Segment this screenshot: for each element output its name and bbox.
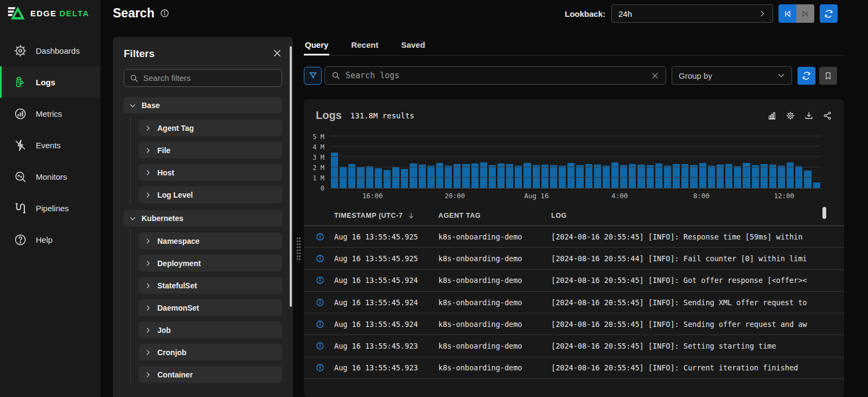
filter-toggle-button[interactable] [304, 67, 322, 85]
edge-delta-logo[interactable]: EDGEDELTA [7, 5, 90, 21]
histogram-bar[interactable] [357, 167, 364, 188]
histogram-bar[interactable] [725, 164, 732, 188]
histogram-bar[interactable] [804, 171, 811, 188]
group-by-select[interactable]: Group by [672, 66, 792, 85]
log-table-row[interactable]: Aug 16 13:55:45.925k8s-onboarding-demo[2… [304, 248, 844, 269]
save-query-button[interactable] [819, 67, 837, 85]
log-info-icon[interactable] [316, 254, 334, 263]
clear-search-button[interactable] [651, 72, 659, 80]
chevron-right-icon [145, 327, 151, 333]
filter-item-file[interactable]: File [139, 142, 282, 159]
log-info-icon[interactable] [316, 342, 334, 350]
histogram-bar[interactable] [348, 164, 355, 188]
time-skip-group [778, 4, 814, 23]
log-info-icon[interactable] [316, 320, 334, 329]
gear-icon [786, 111, 795, 121]
filter-item-job[interactable]: Job [139, 322, 282, 338]
histogram-bar[interactable] [331, 153, 338, 188]
histogram-bar[interactable] [629, 164, 636, 188]
download-button[interactable] [804, 111, 814, 121]
histogram-bar[interactable] [673, 164, 680, 188]
filters-close-button[interactable] [272, 48, 282, 60]
filter-section-header-base[interactable]: Base [124, 97, 282, 114]
sidebar-item-metrics[interactable]: Metrics [0, 98, 100, 129]
histogram-bar[interactable] [506, 164, 513, 188]
histogram-bar[interactable] [594, 165, 601, 188]
lookback-select[interactable]: 24h [611, 4, 773, 23]
chevron-right-icon [145, 349, 151, 356]
sidebar-item-help[interactable]: Help [0, 224, 100, 255]
column-agent-tag[interactable]: AGENT TAG [438, 212, 551, 219]
sidebar-item-events[interactable]: Events [0, 129, 100, 161]
skip-forward-button[interactable] [796, 4, 814, 23]
log-info-icon[interactable] [316, 276, 334, 285]
sidebar-item-monitors[interactable]: Monitors [0, 161, 100, 192]
histogram-bar[interactable] [419, 165, 426, 188]
histogram-bar[interactable] [410, 163, 417, 188]
panel-resize-handle[interactable] [296, 237, 301, 262]
histogram-bar[interactable] [761, 164, 768, 188]
sidebar-item-label: Events [36, 141, 61, 150]
histogram-bar[interactable] [384, 170, 391, 188]
log-info-icon[interactable] [316, 298, 334, 307]
histogram-bar[interactable] [637, 165, 644, 188]
filter-item-daemonset[interactable]: DaemonSet [139, 299, 282, 316]
run-query-button[interactable] [797, 67, 815, 85]
filter-item-deployment[interactable]: Deployment [139, 255, 282, 272]
log-table-row[interactable]: Aug 16 13:55:45.923k8s-onboarding-demo[2… [304, 335, 844, 357]
sidebar-item-pipelines[interactable]: Pipelines [0, 192, 100, 224]
log-table-row[interactable]: Aug 16 13:55:45.924k8s-onboarding-demo[2… [304, 292, 844, 313]
filter-item-log-level[interactable]: Log Level [139, 186, 282, 203]
histogram-bar[interactable] [375, 168, 382, 188]
log-info-icon[interactable] [316, 363, 334, 372]
log-table-row[interactable]: Aug 16 13:55:45.925k8s-onboarding-demo[2… [304, 226, 844, 248]
tab-recent[interactable]: Recent [350, 38, 379, 55]
tab-saved[interactable]: Saved [400, 38, 426, 55]
sidebar: EDGEDELTA DashboardsLogsMetricsEventsMon… [0, 0, 100, 397]
brand-name: EDGEDELTA [30, 9, 90, 18]
log-agent-tag: k8s-onboarding-demo [438, 298, 551, 307]
skip-back-button[interactable] [778, 4, 796, 23]
histogram-bar[interactable] [462, 164, 469, 188]
log-table-row[interactable]: Aug 16 13:55:45.924k8s-onboarding-demo[2… [304, 270, 844, 292]
log-table-row[interactable]: Aug 16 13:55:45.924k8s-onboarding-demo[2… [304, 313, 844, 335]
histogram-bar[interactable] [681, 164, 688, 188]
histogram-bar[interactable] [541, 165, 548, 188]
column-timestamp[interactable]: TIMESTAMP (UTC-7 [334, 212, 438, 219]
info-icon[interactable] [160, 9, 169, 18]
filter-item-agent-tag[interactable]: Agent Tag [139, 119, 282, 136]
sidebar-item-logs[interactable]: Logs [0, 66, 100, 98]
histogram-bar[interactable] [401, 169, 408, 188]
filter-item-host[interactable]: Host [139, 164, 282, 181]
refresh-button[interactable] [820, 4, 838, 23]
sidebar-item-dashboards[interactable]: Dashboards [0, 35, 100, 66]
filter-item-statefulset[interactable]: StatefulSet [139, 277, 282, 294]
histogram-bar[interactable] [471, 163, 478, 188]
table-scrollbar-thumb[interactable] [822, 207, 826, 219]
histogram-bar[interactable] [454, 164, 461, 188]
filter-search-input[interactable] [143, 73, 276, 83]
filter-item-label: Deployment [157, 259, 201, 268]
histogram-bar[interactable] [769, 165, 776, 188]
histogram-bar[interactable] [813, 182, 820, 188]
tab-query[interactable]: Query [304, 38, 329, 55]
log-table-row[interactable]: Aug 16 13:55:45.923k8s-onboarding-demo[2… [304, 357, 844, 379]
x-tick-label: Aug 16 [524, 192, 548, 200]
histogram-bar[interactable] [717, 165, 724, 188]
settings-button[interactable] [786, 111, 795, 121]
filters-scrollbar[interactable] [290, 46, 292, 307]
filter-item-cronjob[interactable]: Cronjob [139, 344, 282, 361]
filter-item-container[interactable]: Container [139, 366, 282, 383]
histogram-bar[interactable] [585, 164, 592, 188]
histogram-bar[interactable] [340, 167, 347, 188]
log-info-icon[interactable] [316, 232, 334, 241]
log-search-input[interactable] [346, 71, 646, 80]
column-log[interactable]: LOG [551, 212, 832, 219]
share-button[interactable] [822, 111, 832, 121]
histogram-bar[interactable] [497, 163, 505, 188]
chart-view-button[interactable] [767, 111, 777, 121]
log-message: [2024-08-16 20:55:45] [INFO]: Response t… [551, 232, 832, 241]
histogram-bar[interactable] [655, 163, 662, 188]
filter-section-header-kubernetes[interactable]: Kubernetes [124, 210, 282, 226]
filter-item-namespace[interactable]: Namespace [139, 232, 282, 249]
